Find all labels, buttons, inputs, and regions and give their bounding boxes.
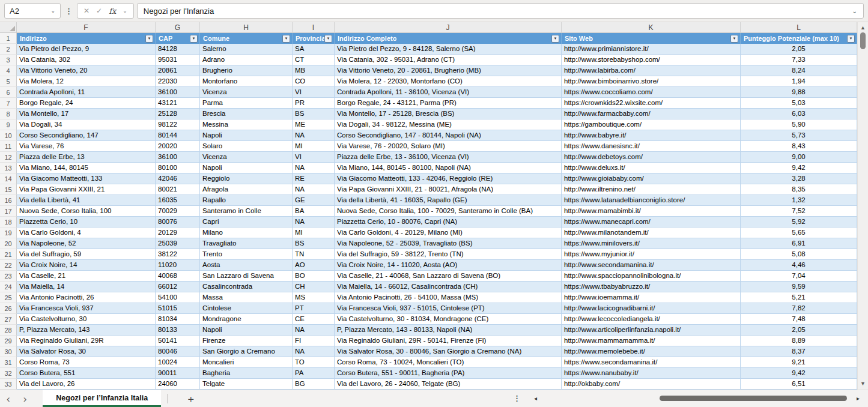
- cell[interactable]: 42046: [156, 173, 200, 184]
- cell[interactable]: Via del Lavoro, 26 - 24060, Telgate (BG): [335, 379, 562, 390]
- cell[interactable]: 8,37: [741, 346, 857, 357]
- cell[interactable]: Via Varese, 76: [17, 141, 156, 152]
- cell[interactable]: 25128: [156, 109, 200, 119]
- cell[interactable]: BO: [293, 271, 335, 282]
- cell[interactable]: Via Maiella, 14: [17, 282, 156, 292]
- row-header-17[interactable]: 17: [0, 206, 17, 217]
- cell[interactable]: TO: [293, 357, 335, 368]
- cell[interactable]: Salerno: [200, 44, 293, 55]
- cell[interactable]: BS: [293, 109, 335, 119]
- cell[interactable]: 90011: [156, 368, 200, 379]
- cell[interactable]: Piazza delle Erbe, 13: [17, 152, 156, 163]
- cell[interactable]: 80133: [156, 325, 200, 336]
- cell[interactable]: 1,32: [741, 195, 857, 206]
- insert-function-icon[interactable]: fx: [109, 7, 116, 16]
- cell[interactable]: San Giorgio a Cremano: [200, 346, 293, 357]
- vertical-scroll-thumb[interactable]: [860, 32, 866, 49]
- cell[interactable]: 84128: [156, 44, 200, 55]
- sheet-nav-right-icon[interactable]: ›: [17, 394, 34, 404]
- cell[interactable]: 51015: [156, 303, 200, 314]
- cell[interactable]: 38122: [156, 249, 200, 260]
- cell[interactable]: Via della Libertà, 41 - 16035, Rapallo (…: [335, 195, 562, 206]
- cell[interactable]: Via Francesca Violi, 937 - 51015, Cintol…: [335, 303, 562, 314]
- cell[interactable]: 16035: [156, 195, 200, 206]
- cell[interactable]: Via Vittorio Veneto, 20: [17, 65, 156, 76]
- row-header-10[interactable]: 10: [0, 130, 17, 141]
- column-letter-K[interactable]: K: [562, 22, 741, 33]
- cell[interactable]: Borgo Regale, 24 - 43121, Parma (PR): [335, 98, 562, 109]
- cell[interactable]: Napoli: [200, 130, 293, 141]
- cell[interactable]: Via della Libertà, 41: [17, 195, 156, 206]
- cell[interactable]: Capri: [200, 217, 293, 228]
- cell[interactable]: http://www.gioiababy.com/: [562, 173, 741, 184]
- row-header-22[interactable]: 22: [0, 260, 17, 271]
- cell[interactable]: Via Miano, 144, 80145: [17, 163, 156, 173]
- more-options-icon[interactable]: ⋮: [64, 7, 74, 16]
- cell[interactable]: https://gamboutique.com/: [562, 119, 741, 130]
- row-header-19[interactable]: 19: [0, 228, 17, 238]
- cell[interactable]: Via Giacomo Matteotti, 133: [17, 173, 156, 184]
- cell[interactable]: https://www.coccoliamo.com/: [562, 87, 741, 98]
- cell[interactable]: Via Antonio Pacinotti, 26 - 54100, Massa…: [335, 292, 562, 303]
- cell[interactable]: 7,33: [741, 55, 857, 65]
- cell[interactable]: Via Napoleone, 52 - 25039, Travagliato (…: [335, 238, 562, 249]
- add-sheet-button[interactable]: ＋: [168, 392, 196, 406]
- cell[interactable]: Brugherio: [200, 65, 293, 76]
- cell[interactable]: Corso Butera, 551 - 90011, Bagheria (PA): [335, 368, 562, 379]
- column-header-5[interactable]: Indirizzo Completo▼: [335, 33, 562, 44]
- cell[interactable]: 3,28: [741, 173, 857, 184]
- row-header-14[interactable]: 14: [0, 173, 17, 184]
- column-letter-I[interactable]: I: [293, 22, 335, 33]
- row-header-21[interactable]: 21: [0, 249, 17, 260]
- row-header-2[interactable]: 2: [0, 44, 17, 55]
- cell[interactable]: Via Maiella, 14 - 66012, Casalincontrada…: [335, 282, 562, 292]
- row-header-16[interactable]: 16: [0, 195, 17, 206]
- cell[interactable]: Napoli: [200, 163, 293, 173]
- cell[interactable]: http://www.bimboinarrivo.store/: [562, 76, 741, 87]
- cell[interactable]: http://www.farmacbaby.com/: [562, 109, 741, 119]
- cell[interactable]: Piazzetta Cerio, 10 - 80076, Capri (NA): [335, 217, 562, 228]
- cell[interactable]: http://www.mamabimbi.it/: [562, 206, 741, 217]
- cell[interactable]: Via Molera, 12 - 22030, Montorfano (CO): [335, 76, 562, 87]
- cell[interactable]: PA: [293, 368, 335, 379]
- cell[interactable]: Via Montello, 17 - 25128, Brescia (BS): [335, 109, 562, 119]
- column-header-7[interactable]: Punteggio Potenziale (max 10)▼: [741, 33, 857, 44]
- cell[interactable]: NA: [293, 325, 335, 336]
- cell[interactable]: Via del Suffragio, 59 - 38122, Trento (T…: [335, 249, 562, 260]
- cell[interactable]: Via Pietro del Pezzo, 9 - 84128, Salerno…: [335, 44, 562, 55]
- cell[interactable]: NA: [293, 184, 335, 195]
- cell[interactable]: San Lazzaro di Savena: [200, 271, 293, 282]
- cell[interactable]: Contrada Apolloni, 11: [17, 87, 156, 98]
- cell[interactable]: 20861: [156, 65, 200, 76]
- cell[interactable]: https://crownkids22.wixsite.com/: [562, 98, 741, 109]
- cell[interactable]: 9,59: [741, 282, 857, 292]
- cell[interactable]: https://www.latanadelbianconiglio.store/: [562, 195, 741, 206]
- cell[interactable]: 7,52: [741, 206, 857, 217]
- cancel-icon[interactable]: ✕: [83, 7, 90, 15]
- cell[interactable]: 1,94: [741, 76, 857, 87]
- cell[interactable]: Via Giacomo Matteotti, 133 - 42046, Regg…: [335, 173, 562, 184]
- cell[interactable]: Corso Secondigliano, 147 - 80144, Napoli…: [335, 130, 562, 141]
- cell[interactable]: https://www.danesisnc.it/: [562, 141, 741, 152]
- cell[interactable]: 6,51: [741, 379, 857, 390]
- cell[interactable]: Via Antonio Pacinotti, 26: [17, 292, 156, 303]
- cell[interactable]: Corso Roma, 73: [17, 357, 156, 368]
- cell[interactable]: https://www.myjunior.it/: [562, 249, 741, 260]
- cell[interactable]: 43121: [156, 98, 200, 109]
- row-header-32[interactable]: 32: [0, 368, 17, 379]
- cell[interactable]: CE: [293, 314, 335, 325]
- cell[interactable]: 24060: [156, 379, 200, 390]
- cell[interactable]: 5,65: [741, 228, 857, 238]
- cell[interactable]: 20129: [156, 228, 200, 238]
- column-letter-F[interactable]: F: [17, 22, 156, 33]
- column-letter-H[interactable]: H: [200, 22, 293, 33]
- cell[interactable]: 7,82: [741, 303, 857, 314]
- cell[interactable]: https://www.minilovers.it/: [562, 238, 741, 249]
- cell[interactable]: SA: [293, 44, 335, 55]
- row-header-30[interactable]: 30: [0, 346, 17, 357]
- filter-button[interactable]: ▼: [847, 35, 855, 43]
- row-header-25[interactable]: 25: [0, 292, 17, 303]
- cell[interactable]: 8,43: [741, 141, 857, 152]
- row-header-18[interactable]: 18: [0, 217, 17, 228]
- cell[interactable]: Piazzetta Cerio, 10: [17, 217, 156, 228]
